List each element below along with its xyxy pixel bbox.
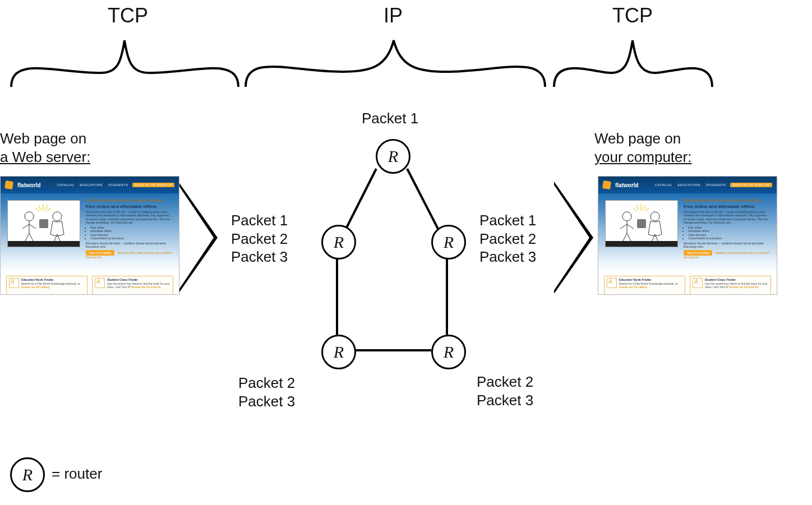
card-title: Student Class Finder — [705, 278, 736, 281]
play-icon — [39, 219, 48, 228]
nav-item: EDUCATORS — [677, 183, 700, 187]
logo-icon — [602, 180, 611, 189]
arrow-client-in — [554, 182, 593, 294]
thumb-nav: CATALOG EDUCATORS STUDENTS — [57, 183, 128, 187]
nav-item: CATALOG — [655, 183, 672, 187]
brand-name: flatworld — [615, 182, 639, 188]
caption-client-line2: your computer: — [594, 148, 691, 166]
card-link: browse our full catalog — [619, 285, 647, 289]
hero-headline-2: Free online and affordable offline. — [684, 204, 770, 210]
logo-icon — [4, 180, 13, 189]
router-glyph: R — [444, 233, 454, 252]
router-glyph: R — [334, 342, 344, 362]
card-link: browse our full catalog — [21, 285, 49, 289]
router-bot-left: R — [321, 335, 356, 369]
legend-text: = router — [52, 465, 102, 483]
packets-out-list: Packet 1 Packet 2 Packet 3 — [231, 211, 288, 266]
card-link: Browse the full book list. — [729, 285, 759, 289]
caption-server-line1: Web page on — [0, 129, 86, 148]
play-icon — [637, 219, 646, 228]
tcp-ip-diagram: { "headers": { "tcp_left": "TCP", "ip": … — [0, 0, 812, 505]
hero-blurb: We preserve the best of the old — books … — [86, 210, 172, 225]
hero-blurb: We preserve the best of the old — books … — [684, 210, 770, 225]
signin-pill: SIGN IN OR SIGN UP — [730, 183, 772, 187]
webpage-thumb-client: flatworld CATALOG EDUCATORS STUDENTS SIG… — [598, 176, 777, 295]
card-link: Browse the full book list. — [131, 285, 162, 289]
cta-button: View Our Catalog — [684, 250, 712, 256]
video-box — [7, 200, 80, 247]
label-packet-top: Packet 1 — [362, 109, 418, 128]
video-box — [605, 200, 678, 247]
letter-icon — [607, 278, 617, 288]
router-mid-left: R — [321, 225, 356, 260]
brand-name: flatworld — [17, 182, 41, 188]
card-student: Student Class Finder Use the search box … — [92, 276, 173, 295]
hero-bullet: Customizable by educators — [688, 237, 770, 240]
nav-item: EDUCATORS — [80, 183, 103, 187]
webpage-thumb-server: flatworld CATALOG EDUCATORS STUDENTS SIG… — [0, 176, 179, 295]
legend-router-icon: R — [10, 457, 45, 492]
caption-client-line1: Web page on — [594, 129, 681, 148]
nav-item: STUDENTS — [108, 183, 128, 187]
hero-headline-1: Remixable textbooks by expert authors. — [684, 198, 770, 203]
svg-line-0 — [344, 169, 376, 232]
router-glyph: R — [388, 147, 398, 166]
card-title: Educator Book Finder — [21, 278, 53, 281]
hero-sub: Educators choose the book — students cho… — [86, 242, 172, 249]
cta-button: View Our Catalog — [86, 250, 114, 256]
svg-line-1 — [407, 169, 440, 232]
router-glyph: R — [22, 465, 33, 484]
packets-bottom-left: Packet 2 Packet 3 — [238, 374, 295, 410]
router-mid-right: R — [431, 225, 466, 260]
hero-bullet: Customizable by educators — [90, 237, 172, 240]
hero-headline-1: Remixable textbooks by expert authors. — [86, 198, 172, 203]
router-bot-right: R — [431, 335, 466, 369]
letter-icon — [9, 278, 19, 288]
packets-in-list: Packet 1 Packet 2 Packet 3 — [479, 211, 536, 266]
letter-icon — [95, 278, 105, 288]
router-top: R — [376, 139, 410, 174]
card-title: Educator Book Finder — [619, 278, 651, 281]
signin-pill: SIGN IN OR SIGN UP — [132, 183, 174, 187]
hero-headline-2: Free online and affordable offline. — [86, 204, 172, 210]
nav-item: STUDENTS — [706, 183, 726, 187]
card-educator: Educator Book Finder Search for a Flat W… — [6, 276, 87, 295]
router-glyph: R — [444, 342, 454, 362]
caption-server-line2: a Web server: — [0, 148, 90, 166]
card-student: Student Class Finder Use the search box … — [690, 276, 771, 295]
hero-sub: Educators choose the book — students cho… — [684, 242, 770, 249]
thumb-nav: CATALOG EDUCATORS STUDENTS — [655, 183, 726, 187]
card-educator: Educator Book Finder Search for a Flat W… — [604, 276, 685, 295]
nav-item: CATALOG — [57, 183, 75, 187]
router-glyph: R — [334, 233, 344, 252]
letter-icon — [693, 278, 703, 288]
packets-bottom-right: Packet 2 Packet 3 — [477, 373, 533, 409]
arrow-server-out — [178, 182, 218, 294]
card-title: Student Class Finder — [107, 278, 138, 281]
